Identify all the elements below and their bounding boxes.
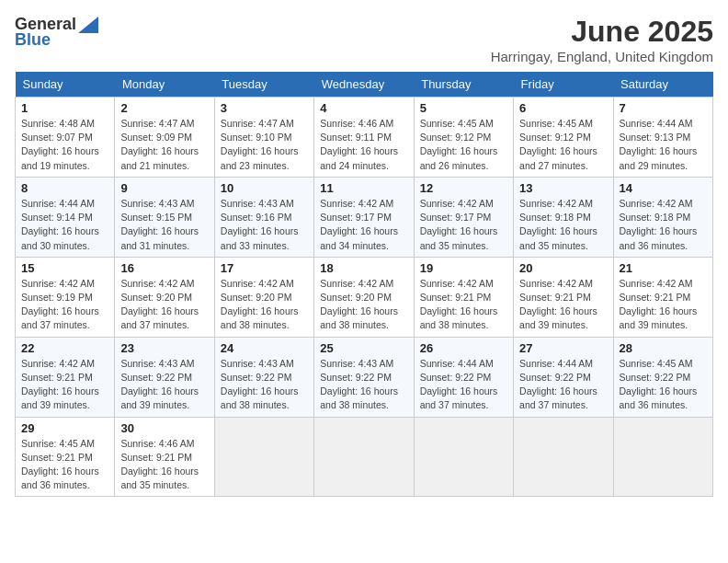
- day-info: Sunrise: 4:42 AM Sunset: 9:19 PM Dayligh…: [21, 277, 108, 333]
- day-info: Sunrise: 4:43 AM Sunset: 9:22 PM Dayligh…: [320, 357, 407, 413]
- calendar-title: June 2025: [491, 15, 713, 49]
- day-info: Sunrise: 4:46 AM Sunset: 9:11 PM Dayligh…: [320, 117, 407, 173]
- day-info: Sunrise: 4:42 AM Sunset: 9:20 PM Dayligh…: [320, 277, 407, 333]
- header-sunday: Sunday: [16, 72, 115, 98]
- day-info: Sunrise: 4:43 AM Sunset: 9:22 PM Dayligh…: [120, 357, 208, 413]
- calendar-week-5: 29 Sunrise: 4:45 AM Sunset: 9:21 PM Dayl…: [16, 417, 713, 497]
- calendar-cell: [613, 417, 712, 497]
- calendar-week-3: 15 Sunrise: 4:42 AM Sunset: 9:19 PM Dayl…: [16, 257, 713, 337]
- header-tuesday: Tuesday: [214, 72, 313, 98]
- calendar-cell: 22 Sunrise: 4:42 AM Sunset: 9:21 PM Dayl…: [16, 337, 115, 417]
- day-number: 28: [620, 341, 707, 355]
- day-number: 24: [221, 341, 308, 355]
- page-header: General Blue June 2025 Harringay, Englan…: [15, 15, 713, 64]
- day-number: 12: [420, 181, 507, 195]
- day-number: 30: [120, 421, 208, 435]
- day-number: 20: [519, 261, 607, 275]
- header-monday: Monday: [115, 72, 214, 98]
- calendar-cell: 30 Sunrise: 4:46 AM Sunset: 9:21 PM Dayl…: [115, 417, 214, 497]
- day-number: 25: [320, 341, 407, 355]
- calendar-cell: 10 Sunrise: 4:43 AM Sunset: 9:16 PM Dayl…: [214, 177, 313, 257]
- title-area: June 2025 Harringay, England, United Kin…: [491, 15, 713, 64]
- day-number: 1: [21, 101, 108, 115]
- day-number: 7: [620, 101, 707, 115]
- day-info: Sunrise: 4:42 AM Sunset: 9:17 PM Dayligh…: [320, 197, 407, 253]
- calendar-cell: 20 Sunrise: 4:42 AM Sunset: 9:21 PM Dayl…: [514, 257, 613, 337]
- day-info: Sunrise: 4:42 AM Sunset: 9:20 PM Dayligh…: [120, 277, 208, 333]
- day-number: 21: [620, 261, 707, 275]
- day-number: 10: [221, 181, 308, 195]
- calendar-cell: 17 Sunrise: 4:42 AM Sunset: 9:20 PM Dayl…: [214, 257, 313, 337]
- logo: General Blue: [15, 15, 98, 50]
- day-info: Sunrise: 4:47 AM Sunset: 9:09 PM Dayligh…: [120, 117, 208, 173]
- day-info: Sunrise: 4:43 AM Sunset: 9:15 PM Dayligh…: [120, 197, 208, 253]
- calendar-cell: 29 Sunrise: 4:45 AM Sunset: 9:21 PM Dayl…: [16, 417, 115, 497]
- header-thursday: Thursday: [414, 72, 513, 98]
- day-info: Sunrise: 4:43 AM Sunset: 9:16 PM Dayligh…: [221, 197, 308, 253]
- calendar-cell: 27 Sunrise: 4:44 AM Sunset: 9:22 PM Dayl…: [514, 337, 613, 417]
- calendar-subtitle: Harringay, England, United Kingdom: [491, 49, 713, 64]
- calendar-cell: [414, 417, 513, 497]
- day-info: Sunrise: 4:42 AM Sunset: 9:18 PM Dayligh…: [620, 197, 707, 253]
- calendar-cell: 11 Sunrise: 4:42 AM Sunset: 9:17 PM Dayl…: [314, 177, 414, 257]
- calendar-cell: 5 Sunrise: 4:45 AM Sunset: 9:12 PM Dayli…: [414, 98, 513, 178]
- day-info: Sunrise: 4:46 AM Sunset: 9:21 PM Dayligh…: [120, 437, 208, 493]
- header-saturday: Saturday: [613, 72, 712, 98]
- day-number: 8: [21, 181, 108, 195]
- day-number: 27: [519, 341, 607, 355]
- calendar-cell: 28 Sunrise: 4:45 AM Sunset: 9:22 PM Dayl…: [613, 337, 712, 417]
- calendar-cell: 6 Sunrise: 4:45 AM Sunset: 9:12 PM Dayli…: [514, 98, 613, 178]
- calendar-cell: 7 Sunrise: 4:44 AM Sunset: 9:13 PM Dayli…: [613, 98, 712, 178]
- day-info: Sunrise: 4:44 AM Sunset: 9:22 PM Dayligh…: [519, 357, 607, 413]
- day-info: Sunrise: 4:42 AM Sunset: 9:20 PM Dayligh…: [221, 277, 308, 333]
- calendar-cell: 26 Sunrise: 4:44 AM Sunset: 9:22 PM Dayl…: [414, 337, 513, 417]
- day-info: Sunrise: 4:47 AM Sunset: 9:10 PM Dayligh…: [221, 117, 308, 173]
- day-number: 5: [420, 101, 507, 115]
- day-number: 11: [320, 181, 407, 195]
- day-number: 18: [320, 261, 407, 275]
- day-number: 17: [221, 261, 308, 275]
- calendar-cell: 25 Sunrise: 4:43 AM Sunset: 9:22 PM Dayl…: [314, 337, 414, 417]
- day-info: Sunrise: 4:45 AM Sunset: 9:21 PM Dayligh…: [21, 437, 108, 493]
- day-info: Sunrise: 4:45 AM Sunset: 9:12 PM Dayligh…: [519, 117, 607, 173]
- header-wednesday: Wednesday: [314, 72, 414, 98]
- day-number: 29: [21, 421, 108, 435]
- header-friday: Friday: [514, 72, 613, 98]
- day-number: 22: [21, 341, 108, 355]
- calendar-cell: 23 Sunrise: 4:43 AM Sunset: 9:22 PM Dayl…: [115, 337, 214, 417]
- calendar-table: Sunday Monday Tuesday Wednesday Thursday…: [15, 72, 713, 497]
- calendar-cell: 13 Sunrise: 4:42 AM Sunset: 9:18 PM Dayl…: [514, 177, 613, 257]
- day-number: 26: [420, 341, 507, 355]
- day-number: 9: [120, 181, 208, 195]
- day-number: 19: [420, 261, 507, 275]
- calendar-cell: [514, 417, 613, 497]
- svg-marker-0: [78, 17, 98, 33]
- calendar-cell: 8 Sunrise: 4:44 AM Sunset: 9:14 PM Dayli…: [16, 177, 115, 257]
- day-info: Sunrise: 4:44 AM Sunset: 9:22 PM Dayligh…: [420, 357, 507, 413]
- day-number: 6: [519, 101, 607, 115]
- day-info: Sunrise: 4:42 AM Sunset: 9:21 PM Dayligh…: [420, 277, 507, 333]
- day-number: 23: [120, 341, 208, 355]
- calendar-cell: 21 Sunrise: 4:42 AM Sunset: 9:21 PM Dayl…: [613, 257, 712, 337]
- calendar-cell: [314, 417, 414, 497]
- calendar-cell: 12 Sunrise: 4:42 AM Sunset: 9:17 PM Dayl…: [414, 177, 513, 257]
- calendar-week-2: 8 Sunrise: 4:44 AM Sunset: 9:14 PM Dayli…: [16, 177, 713, 257]
- calendar-cell: 9 Sunrise: 4:43 AM Sunset: 9:15 PM Dayli…: [115, 177, 214, 257]
- day-number: 4: [320, 101, 407, 115]
- logo-icon: [78, 17, 98, 33]
- day-info: Sunrise: 4:43 AM Sunset: 9:22 PM Dayligh…: [221, 357, 308, 413]
- calendar-cell: 16 Sunrise: 4:42 AM Sunset: 9:20 PM Dayl…: [115, 257, 214, 337]
- day-info: Sunrise: 4:42 AM Sunset: 9:17 PM Dayligh…: [420, 197, 507, 253]
- day-number: 2: [120, 101, 208, 115]
- day-info: Sunrise: 4:44 AM Sunset: 9:14 PM Dayligh…: [21, 197, 108, 253]
- calendar-cell: 1 Sunrise: 4:48 AM Sunset: 9:07 PM Dayli…: [16, 98, 115, 178]
- calendar-cell: [214, 417, 313, 497]
- day-info: Sunrise: 4:44 AM Sunset: 9:13 PM Dayligh…: [620, 117, 707, 173]
- day-number: 14: [620, 181, 707, 195]
- calendar-week-4: 22 Sunrise: 4:42 AM Sunset: 9:21 PM Dayl…: [16, 337, 713, 417]
- day-number: 15: [21, 261, 108, 275]
- day-info: Sunrise: 4:45 AM Sunset: 9:22 PM Dayligh…: [620, 357, 707, 413]
- day-number: 16: [120, 261, 208, 275]
- calendar-cell: 19 Sunrise: 4:42 AM Sunset: 9:21 PM Dayl…: [414, 257, 513, 337]
- calendar-cell: 24 Sunrise: 4:43 AM Sunset: 9:22 PM Dayl…: [214, 337, 313, 417]
